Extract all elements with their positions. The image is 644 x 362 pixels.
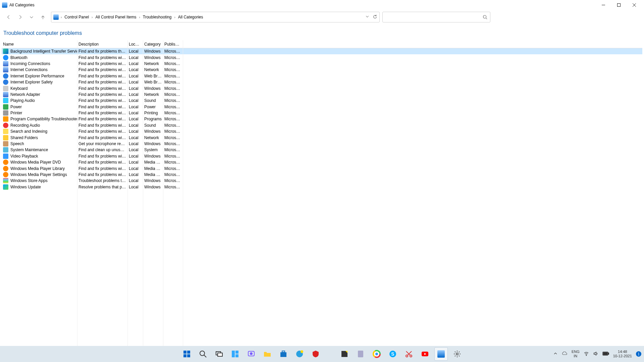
table-row[interactable]: Windows Store AppsTroubleshoot problems …: [2, 178, 642, 184]
table-row[interactable]: Windows UpdateResolve problems that pre.…: [2, 184, 642, 190]
microsoft-store-button[interactable]: [277, 347, 290, 361]
row-description: Resolve problems that pre...: [77, 185, 127, 189]
wifi-icon[interactable]: [584, 351, 589, 357]
row-publisher: Microso...: [163, 154, 183, 159]
breadcrumb[interactable]: All Control Panel Items: [95, 15, 137, 19]
maximize-button[interactable]: [611, 0, 627, 10]
start-button[interactable]: [180, 347, 194, 361]
svg-rect-15: [232, 351, 235, 357]
control-panel-taskbar-icon[interactable]: [434, 347, 448, 361]
get-help-icon[interactable]: [293, 347, 306, 361]
refresh-button[interactable]: [373, 14, 377, 20]
row-description: Find and fix problems with...: [77, 105, 127, 109]
tray-chevron-icon[interactable]: [553, 352, 557, 356]
skype-icon[interactable]: S: [386, 347, 399, 361]
volume-icon[interactable]: [593, 351, 598, 357]
table-row[interactable]: PowerFind and fix problems with...LocalP…: [2, 104, 642, 110]
row-location: Local: [127, 147, 143, 152]
row-publisher: Microso...: [163, 105, 183, 109]
table-row[interactable]: SpeechGet your microphone read...LocalWi…: [2, 141, 642, 147]
minimize-button[interactable]: [596, 0, 611, 10]
row-category: Windows: [143, 55, 163, 60]
table-row[interactable]: Background Intelligent Transfer ServiceF…: [2, 48, 642, 54]
row-name: Program Compatibility Troubleshooter: [10, 117, 77, 121]
table-row[interactable]: Program Compatibility TroubleshooterFind…: [2, 116, 642, 122]
widgets-button[interactable]: [228, 347, 242, 361]
row-name: Bluetooth: [10, 55, 28, 60]
column-header-publisher[interactable]: Publisher: [163, 42, 183, 47]
troubleshooter-icon: [3, 141, 8, 146]
search-box[interactable]: [382, 12, 490, 22]
breadcrumb[interactable]: Control Panel: [64, 15, 90, 19]
column-header-location[interactable]: Locat...: [127, 42, 143, 47]
clock[interactable]: 14:4810-12-2021: [613, 350, 632, 358]
close-button[interactable]: [627, 0, 642, 10]
onedrive-icon[interactable]: [561, 352, 568, 356]
table-row[interactable]: Playing AudioFind and fix problems with.…: [2, 98, 642, 104]
settings-icon[interactable]: [450, 347, 464, 361]
row-description: Find and fix problems with...: [77, 154, 127, 159]
table-row[interactable]: BluetoothFind and fix problems with...Lo…: [2, 54, 642, 60]
address-icon: [53, 14, 59, 20]
row-description: Find and fix problems with...: [77, 123, 127, 128]
window-title: All Categories: [9, 3, 35, 7]
table-row[interactable]: Internet ConnectionsFind and fix problem…: [2, 67, 642, 73]
row-location: Local: [127, 49, 143, 54]
chat-button[interactable]: [245, 347, 258, 361]
row-category: Sound: [143, 123, 163, 128]
forward-button[interactable]: [15, 12, 25, 22]
breadcrumb[interactable]: Troubleshooting: [142, 15, 172, 19]
row-category: Media P...: [143, 160, 163, 165]
back-button[interactable]: [3, 12, 14, 22]
chrome-icon[interactable]: [370, 347, 383, 361]
address-bar[interactable]: › Control Panel › All Control Panel Item…: [51, 12, 380, 22]
table-row[interactable]: Search and IndexingFind and fix problems…: [2, 128, 642, 134]
row-publisher: Microso...: [163, 74, 183, 78]
table-row[interactable]: Shared FoldersFind and fix problems with…: [2, 134, 642, 140]
snipping-tool-icon[interactable]: [402, 347, 416, 361]
address-dropdown-button[interactable]: [365, 14, 369, 20]
table-row[interactable]: Network AdapterFind and fix problems wit…: [2, 92, 642, 98]
taskbar-search-button[interactable]: [196, 347, 210, 361]
row-name: System Maintenance: [10, 147, 48, 152]
notifications-button[interactable]: 1: [636, 351, 641, 357]
row-publisher: Microso...: [163, 178, 183, 183]
breadcrumb[interactable]: All Categories: [177, 15, 204, 19]
column-header-name[interactable]: Name: [2, 42, 77, 47]
table-row[interactable]: System MaintenanceFind and clean up unus…: [2, 147, 642, 153]
sticky-notes-icon[interactable]: [338, 347, 351, 361]
table-row[interactable]: Internet Explorer PerformanceFind and fi…: [2, 73, 642, 79]
row-name: Background Intelligent Transfer Service: [10, 49, 77, 54]
row-name: Windows Media Player Settings: [10, 172, 67, 177]
table-row[interactable]: Windows Media Player LibraryFind and fix…: [2, 165, 642, 171]
column-header-description[interactable]: Description: [77, 42, 127, 47]
table-row[interactable]: Windows Media Player DVDFind and fix pro…: [2, 159, 642, 165]
troubleshooter-icon: [3, 98, 8, 103]
battery-icon[interactable]: [602, 352, 609, 356]
language-indicator[interactable]: ENGIN: [572, 350, 580, 358]
task-view-button[interactable]: [212, 347, 226, 361]
table-row[interactable]: KeyboardFind and fix problems with...Loc…: [2, 85, 642, 91]
svg-rect-7: [183, 351, 186, 354]
row-category: Media P...: [143, 172, 163, 177]
youtube-icon[interactable]: [418, 347, 432, 361]
svg-point-38: [456, 353, 458, 355]
table-row[interactable]: Video PlaybackFind and fix problems with…: [2, 153, 642, 159]
table-row[interactable]: Recording AudioFind and fix problems wit…: [2, 122, 642, 128]
calculator-icon[interactable]: [354, 347, 367, 361]
mcafee-icon[interactable]: [309, 347, 322, 361]
row-category: Programs: [143, 117, 163, 121]
table-row[interactable]: Internet Explorer SafetyFind and fix pro…: [2, 79, 642, 85]
row-description: Find and fix problems with...: [77, 129, 127, 134]
column-header-category[interactable]: Category: [143, 42, 163, 47]
table-row[interactable]: Incoming ConnectionsFind and fix problem…: [2, 61, 642, 67]
recent-dropdown-button[interactable]: [26, 12, 37, 22]
table-row[interactable]: PrinterFind and fix problems with...Loca…: [2, 110, 642, 116]
row-category: Windows: [143, 185, 163, 189]
row-category: Windows: [143, 49, 163, 54]
troubleshooter-icon: [3, 160, 8, 165]
table-row[interactable]: Windows Media Player SettingsFind and fi…: [2, 172, 642, 178]
troubleshooter-icon: [3, 104, 8, 110]
file-explorer-button[interactable]: [261, 347, 274, 361]
up-button[interactable]: [38, 12, 48, 22]
